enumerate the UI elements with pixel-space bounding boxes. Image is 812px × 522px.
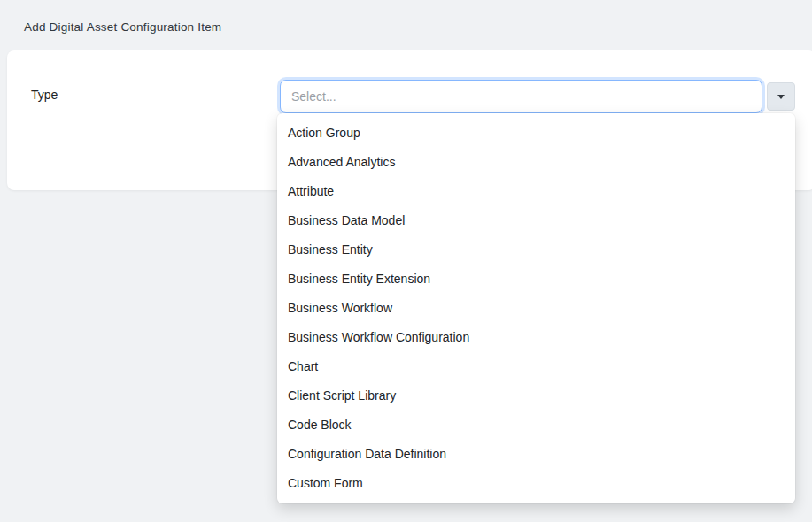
dropdown-item[interactable]: Business Entity Extension [277, 265, 795, 294]
dropdown-item[interactable]: Custom Form [277, 469, 795, 498]
page-title: Add Digital Asset Configuration Item [24, 20, 221, 34]
dropdown-item[interactable]: Attribute [277, 177, 795, 206]
page-header: Add Digital Asset Configuration Item [0, 0, 812, 50]
dropdown-item[interactable]: Client Script Library [277, 381, 795, 411]
dropdown-item[interactable]: Business Data Model [277, 206, 795, 235]
dropdown-item[interactable]: Advanced Analytics [277, 148, 795, 177]
type-field-label: Type [31, 88, 58, 102]
dropdown-item[interactable]: Business Workflow Configuration [277, 323, 795, 352]
dropdown-item[interactable]: Configuration Data Definition [277, 440, 795, 469]
dropdown-item[interactable]: Code Block [277, 411, 795, 440]
dropdown-item[interactable]: Business Entity [277, 235, 795, 265]
dropdown-toggle-button[interactable] [767, 82, 795, 111]
type-select-input[interactable] [280, 80, 762, 113]
dropdown-item[interactable]: Business Workflow [277, 294, 795, 323]
dropdown-item[interactable]: Chart [277, 352, 795, 381]
type-dropdown-menu: Action GroupAdvanced AnalyticsAttributeB… [277, 113, 795, 503]
caret-down-icon [777, 95, 785, 99]
dropdown-item[interactable]: Action Group [277, 119, 795, 148]
